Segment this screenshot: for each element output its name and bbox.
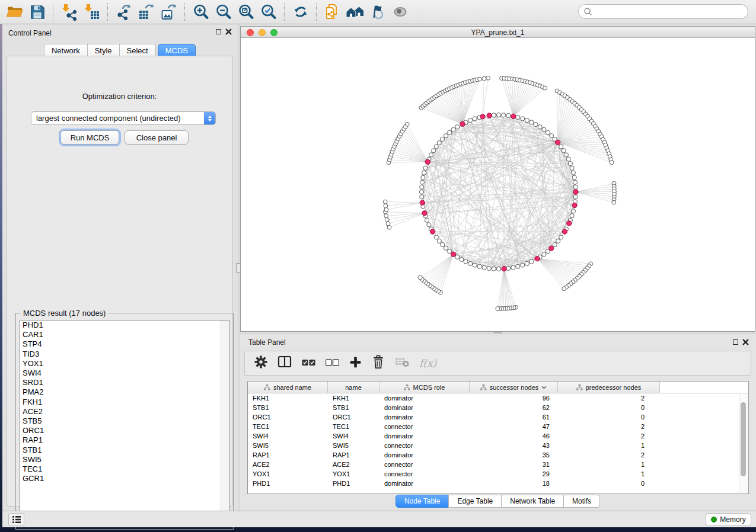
cell-MCDS-role: dominator: [379, 403, 470, 412]
show-hide-button[interactable]: [389, 1, 412, 23]
table-row[interactable]: TEC1TEC1connector472: [248, 422, 748, 431]
result-list-item[interactable]: YOX1: [20, 359, 229, 368]
table-row[interactable]: RAP1RAP1dominator352: [248, 450, 748, 460]
column-header-label: successor nodes: [490, 384, 539, 391]
column-type-icon: [264, 384, 270, 390]
memory-button[interactable]: Memory: [706, 513, 751, 526]
deselect-all-rows-button[interactable]: [326, 358, 339, 368]
result-list-scrollbar[interactable]: [221, 321, 229, 525]
table-row[interactable]: SWI4SWI4dominator462: [248, 431, 748, 441]
result-list-item[interactable]: TEC1: [20, 464, 229, 474]
cell-name: TEC1: [328, 422, 379, 431]
network-node: [556, 239, 560, 243]
column-header-shared-name[interactable]: shared name: [248, 382, 328, 393]
dominator-node: [460, 121, 465, 126]
import-network-icon: [60, 3, 78, 21]
table-row[interactable]: YOX1YOX1connector291: [248, 469, 748, 479]
result-list-item[interactable]: TID3: [20, 350, 229, 359]
toggle-graphics-details-button[interactable]: [366, 1, 389, 23]
result-list-item[interactable]: SWI5: [20, 455, 229, 464]
tab-network-table[interactable]: Network Table: [501, 495, 564, 508]
result-list-item[interactable]: SWI4: [20, 368, 229, 378]
select-stepper-icon: [204, 112, 215, 124]
search-input[interactable]: [593, 7, 748, 17]
table-row[interactable]: ORC1ORC1dominator610: [248, 412, 748, 422]
result-list-item[interactable]: STB5: [20, 416, 229, 426]
export-image-button[interactable]: [158, 1, 180, 23]
optimization-criterion-select[interactable]: largest connected component (undirected): [31, 111, 216, 125]
result-list-item[interactable]: FKH1: [20, 398, 229, 407]
dominator-node: [573, 190, 578, 194]
import-table-button[interactable]: [81, 1, 103, 23]
refresh-layout-button[interactable]: [289, 1, 312, 23]
network-node: [468, 261, 473, 265]
result-list-item[interactable]: ACE2: [20, 407, 229, 416]
result-list-item[interactable]: CAR1: [20, 330, 229, 339]
result-list-item[interactable]: STB1: [20, 446, 229, 455]
zoom-out-button[interactable]: [212, 1, 235, 23]
zoom-in-button[interactable]: [190, 1, 212, 23]
dominator-node: [535, 256, 540, 261]
table-row[interactable]: SWI5SWI5connector431: [248, 441, 748, 450]
column-header-name[interactable]: name: [328, 382, 379, 393]
result-list-item[interactable]: ORC1: [20, 426, 229, 435]
cell-MCDS-role: connector: [379, 441, 470, 450]
select-all-rows-button[interactable]: [302, 358, 315, 368]
table-panel: Table Panel: [240, 334, 756, 509]
network-graph[interactable]: [241, 38, 755, 331]
dominator-node: [572, 203, 577, 207]
cell-successor-nodes: 62: [470, 403, 550, 412]
zoom-fit-button[interactable]: [235, 1, 257, 23]
cell-shared-name: FKH1: [248, 393, 328, 403]
table-row[interactable]: ACE2ACE2connector311: [248, 460, 748, 469]
table-row[interactable]: FKH1FKH1dominator962: [248, 393, 748, 403]
zoom-selected-button[interactable]: [257, 1, 280, 23]
float-panel-icon[interactable]: [216, 29, 221, 34]
show-column-panel-button[interactable]: [277, 355, 292, 371]
result-list-item[interactable]: PMA2: [20, 387, 229, 397]
export-table-button[interactable]: [135, 1, 158, 23]
clone-network-button[interactable]: [321, 1, 344, 23]
cell-successor-nodes: 61: [470, 412, 550, 422]
mcds-result-list[interactable]: PHD1CAR1STP4TID3YOX1SWI4SRD1PMA2FKH1ACE2…: [20, 320, 229, 525]
result-list-item[interactable]: RAP1: [20, 435, 229, 445]
close-panel-button[interactable]: Close panel: [125, 130, 189, 145]
tab-motifs[interactable]: Motifs: [563, 495, 600, 508]
column-header-MCDS-role[interactable]: MCDS role: [379, 382, 470, 393]
search-box[interactable]: [578, 4, 748, 19]
tab-edge-table[interactable]: Edge Table: [448, 495, 502, 508]
node-table[interactable]: shared namenameMCDS rolesuccessor nodesp…: [247, 381, 749, 494]
result-list-item[interactable]: PHD1: [20, 321, 229, 330]
table-settings-button[interactable]: [254, 355, 267, 371]
table-scrollbar[interactable]: [739, 394, 748, 493]
cell-name: STB1: [328, 403, 379, 412]
import-network-button[interactable]: [58, 1, 81, 23]
network-canvas[interactable]: [241, 38, 755, 331]
close-panel-icon[interactable]: [225, 28, 232, 35]
column-header-successor-nodes[interactable]: successor nodes: [470, 382, 558, 393]
dominator-node: [487, 113, 492, 118]
table-scrollbar-thumb[interactable]: [741, 402, 746, 476]
result-list-item[interactable]: SRD1: [20, 378, 229, 387]
show-all-networks-button[interactable]: [344, 1, 366, 23]
export-network-button[interactable]: [113, 1, 135, 23]
show-tasks-button[interactable]: [8, 513, 24, 526]
cell-successor-nodes: 31: [470, 460, 550, 469]
cell-MCDS-role: dominator: [379, 479, 470, 488]
float-panel-icon[interactable]: [733, 339, 738, 345]
tab-node-table[interactable]: Node Table: [395, 495, 449, 508]
result-list-item[interactable]: GCR1: [20, 474, 229, 483]
cell-predecessor-nodes: 2: [550, 431, 645, 441]
network-window-titlebar[interactable]: YPA_prune.txt_1: [241, 27, 755, 38]
table-row[interactable]: STB1STB1dominator620: [248, 403, 748, 412]
save-session-button[interactable]: [26, 1, 49, 23]
delete-column-button[interactable]: [372, 355, 385, 371]
create-column-button[interactable]: [349, 356, 362, 371]
network-node: [387, 226, 391, 230]
result-list-item[interactable]: STP4: [20, 339, 229, 349]
open-session-button[interactable]: [4, 1, 26, 23]
table-row[interactable]: PHD1PHD1dominator180: [248, 479, 748, 488]
column-header-predecessor-nodes[interactable]: predecessor nodes: [558, 382, 660, 393]
close-panel-icon[interactable]: [742, 339, 749, 345]
run-mcds-button[interactable]: Run MCDS: [60, 130, 119, 145]
